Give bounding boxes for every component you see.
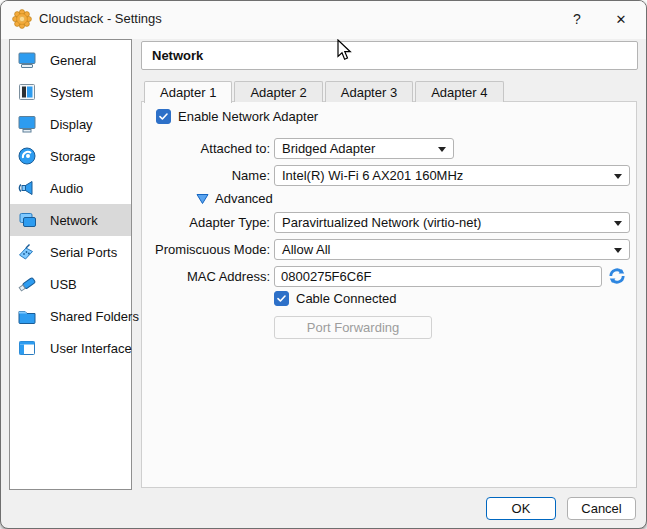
- tab-adapter-1[interactable]: Adapter 1: [144, 81, 232, 103]
- adapter-type-select[interactable]: Paravirtualized Network (virtio-net): [274, 212, 630, 233]
- ok-button[interactable]: OK: [486, 497, 556, 520]
- adapter-type-value: Paravirtualized Network (virtio-net): [282, 215, 481, 230]
- sidebar-item-label: Display: [50, 117, 93, 132]
- network-icon: [16, 209, 38, 231]
- usb-icon: [16, 273, 38, 295]
- system-icon: [16, 81, 38, 103]
- sidebar-item-user-interface[interactable]: User Interface: [10, 332, 131, 364]
- expander-open-icon: [196, 193, 209, 205]
- storage-icon: [16, 145, 38, 167]
- sidebar-item-label: USB: [50, 277, 77, 292]
- chevron-down-icon: [614, 174, 622, 179]
- mac-address-input[interactable]: [274, 266, 602, 287]
- close-button[interactable]: ✕: [600, 1, 642, 37]
- enable-network-adapter-label: Enable Network Adapter: [178, 109, 318, 124]
- name-label: Name:: [142, 165, 270, 186]
- promiscuous-mode-label: Promiscuous Mode:: [142, 239, 270, 260]
- tab-adapter-2[interactable]: Adapter 2: [234, 81, 322, 102]
- port-forwarding-button[interactable]: Port Forwarding: [274, 316, 432, 339]
- gear-app-icon: [12, 9, 32, 29]
- name-select[interactable]: Intel(R) Wi-Fi 6 AX201 160MHz: [274, 165, 630, 186]
- sidebar-item-display[interactable]: Display: [10, 108, 131, 140]
- sidebar-item-serial-ports[interactable]: Serial Ports: [10, 236, 131, 268]
- sidebar-item-label: Serial Ports: [50, 245, 117, 260]
- chevron-down-icon: [438, 147, 446, 152]
- audio-icon: [16, 177, 38, 199]
- window-title: Cloudstack - Settings: [39, 11, 162, 26]
- sidebar-item-system[interactable]: System: [10, 76, 131, 108]
- enable-network-adapter-checkbox[interactable]: Enable Network Adapter: [156, 109, 318, 124]
- sidebar-item-network[interactable]: Network: [10, 204, 131, 236]
- adapter-tabs: Adapter 1 Adapter 2 Adapter 3 Adapter 4: [144, 81, 506, 102]
- sidebar-item-general[interactable]: General: [10, 44, 131, 76]
- refresh-icon: [607, 266, 627, 286]
- user-interface-icon: [16, 337, 38, 359]
- cable-connected-checkbox[interactable]: Cable Connected: [274, 291, 396, 306]
- adapter-type-label: Adapter Type:: [142, 212, 270, 233]
- tab-adapter-3[interactable]: Adapter 3: [325, 81, 413, 102]
- display-icon: [16, 113, 38, 135]
- name-value: Intel(R) Wi-Fi 6 AX201 160MHz: [282, 168, 463, 183]
- sidebar-item-label: Shared Folders: [50, 309, 139, 324]
- advanced-label: Advanced: [215, 191, 273, 206]
- adapter-panel: Enable Network Adapter Attached to: Brid…: [141, 101, 637, 488]
- sidebar-item-label: System: [50, 85, 93, 100]
- checkbox-checked-icon: [274, 291, 289, 306]
- chevron-down-icon: [614, 221, 622, 226]
- title-bar: Cloudstack - Settings ? ✕: [1, 1, 646, 39]
- attached-to-value: Bridged Adapter: [282, 141, 375, 156]
- attached-to-select[interactable]: Bridged Adapter: [274, 138, 454, 159]
- mac-address-label: MAC Address:: [142, 266, 270, 287]
- sidebar-item-label: Network: [50, 213, 98, 228]
- general-icon: [16, 49, 38, 71]
- page-title: Network: [152, 48, 203, 63]
- checkbox-checked-icon: [156, 109, 171, 124]
- tab-adapter-4[interactable]: Adapter 4: [415, 81, 503, 102]
- sidebar-item-shared-folders[interactable]: Shared Folders: [10, 300, 131, 332]
- advanced-expander[interactable]: Advanced: [196, 191, 273, 206]
- sidebar-item-label: General: [50, 53, 96, 68]
- settings-sidebar: General System Display Storage Audio Net…: [9, 39, 132, 490]
- sidebar-item-usb[interactable]: USB: [10, 268, 131, 300]
- serial-ports-icon: [16, 241, 38, 263]
- regenerate-mac-button[interactable]: [606, 265, 628, 287]
- attached-to-label: Attached to:: [142, 138, 270, 159]
- sidebar-item-label: Audio: [50, 181, 83, 196]
- promiscuous-mode-value: Allow All: [282, 242, 330, 257]
- promiscuous-mode-select[interactable]: Allow All: [274, 239, 630, 260]
- cable-connected-label: Cable Connected: [296, 291, 396, 306]
- page-header: Network: [141, 41, 638, 70]
- sidebar-item-label: Storage: [50, 149, 96, 164]
- sidebar-item-storage[interactable]: Storage: [10, 140, 131, 172]
- sidebar-item-label: User Interface: [50, 341, 132, 356]
- sidebar-item-audio[interactable]: Audio: [10, 172, 131, 204]
- chevron-down-icon: [614, 248, 622, 253]
- shared-folders-icon: [16, 305, 38, 327]
- settings-dialog: Cloudstack - Settings ? ✕ General System…: [0, 0, 647, 529]
- cancel-button[interactable]: Cancel: [567, 497, 636, 520]
- help-button[interactable]: ?: [556, 1, 598, 37]
